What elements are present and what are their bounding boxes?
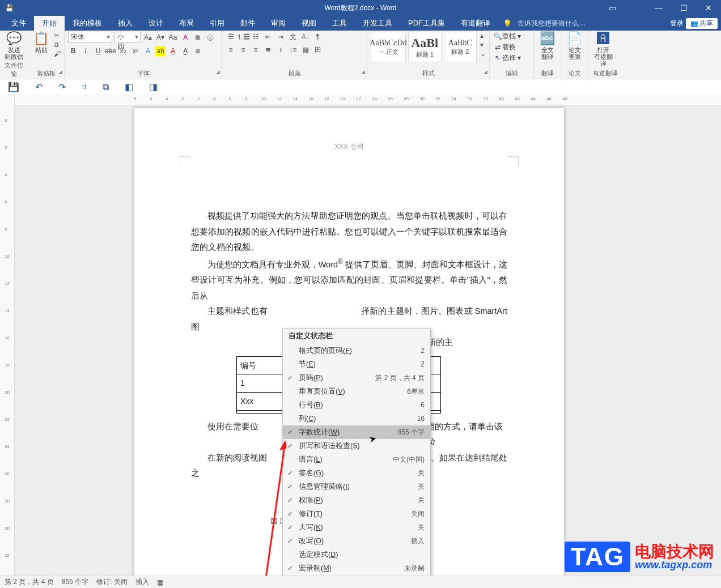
share-button[interactable]: 共享 [686, 18, 718, 29]
undo-icon[interactable]: ↶ [35, 82, 43, 92]
font-size-combo[interactable]: 小四 [114, 32, 141, 43]
show-marks-icon[interactable]: ¶ [313, 32, 323, 42]
context-menu-item[interactable]: ✓权限(P)关 [283, 493, 430, 507]
minimize-button[interactable]: ― [646, 1, 671, 15]
status-track[interactable]: 修订: 关闭 [96, 577, 128, 587]
body-paragraph[interactable]: 为使您的文档具有专业外观，Word® 提供了页眉、页脚、封面和文本框设计，这些设… [191, 255, 507, 304]
context-menu-item[interactable]: ✓信息管理策略(I)关 [283, 480, 430, 493]
context-menu-item[interactable]: ✓签名(G)关 [283, 466, 430, 480]
context-menu-item[interactable]: ✓大写(K)关 [283, 521, 430, 534]
tab-layout[interactable]: 布局 [171, 16, 202, 31]
bullets-icon[interactable]: ☰ [226, 32, 236, 42]
tab-design[interactable]: 设计 [141, 16, 171, 31]
context-menu-item[interactable]: 语言(L)中文(中国) [283, 453, 430, 466]
context-menu-item[interactable]: 垂直页位置(V)6厘米 [283, 385, 430, 398]
context-menu-item[interactable]: ✓页码(P)第 2 页，共 4 页 [283, 371, 430, 385]
ribbon-display-options[interactable]: ▭ [606, 2, 619, 14]
context-menu-item[interactable]: ✓拼写和语法检查(S) [283, 439, 430, 453]
replace-button[interactable]: ⇄替换 [493, 42, 521, 52]
italic-button[interactable]: I [80, 46, 91, 56]
context-menu-item[interactable]: 行号(B)6 [283, 398, 430, 412]
dialog-launcher-icon[interactable]: ◢ [484, 69, 487, 75]
borders-icon[interactable]: 田 [313, 45, 323, 55]
context-menu-item[interactable]: ✓改写(O)插入 [283, 534, 430, 548]
context-menu-item[interactable]: ✓修订(T)关闭 [283, 507, 430, 521]
enclose-char-icon[interactable]: ㊏ [205, 32, 215, 42]
status-page[interactable]: 第 2 页，共 4 页 [5, 577, 54, 587]
status-bar[interactable]: 第 2 页，共 4 页 855 个字 修订: 关闭 插入 ▦ [0, 576, 721, 588]
qat-icon1[interactable]: ⌗ [82, 82, 87, 92]
close-button[interactable]: ✕ [696, 1, 721, 15]
tab-mytemplates[interactable]: 我的模板 [65, 16, 110, 31]
qat-icon4[interactable]: ◨ [149, 82, 158, 92]
send-to-wechat-button[interactable]: 💬发送 到微信 [3, 32, 24, 60]
tab-home[interactable]: 开始 [34, 16, 65, 31]
context-menu-item[interactable]: 列(C)16 [283, 412, 430, 425]
dialog-launcher-icon[interactable]: ◢ [58, 69, 62, 75]
line-spacing-icon[interactable]: ↕≡ [288, 45, 298, 55]
underline-button[interactable]: U [93, 46, 103, 56]
highlight-icon[interactable]: ab [155, 46, 166, 56]
status-insert[interactable]: 插入 [135, 577, 149, 587]
distributed-icon[interactable]: ⫴ [275, 45, 286, 55]
tab-file[interactable]: 文件 [3, 16, 34, 31]
tab-developer[interactable]: 开发工具 [355, 16, 400, 31]
save-icon[interactable]: 💾 [8, 82, 19, 92]
cut-icon[interactable]: ✂ [54, 32, 61, 40]
status-wordcount[interactable]: 855 个字 [62, 577, 88, 587]
dialog-launcher-icon[interactable]: ◢ [361, 69, 365, 75]
tab-references[interactable]: 引用 [202, 16, 232, 31]
horizontal-ruler[interactable]: 8642246810121416182022242628303234363840… [15, 95, 721, 105]
maximize-button[interactable]: ☐ [671, 1, 696, 15]
numbering-icon[interactable]: ⒈☰ [238, 32, 248, 42]
tab-youdao[interactable]: 有道翻译 [453, 16, 498, 31]
tab-tools[interactable]: 工具 [324, 16, 355, 31]
asian-layout-icon[interactable]: 文 [288, 32, 298, 42]
context-menu-item[interactable]: 节(E)2 [283, 357, 430, 371]
align-left-icon[interactable]: ≡ [226, 45, 236, 55]
qat-icon3[interactable]: ◧ [125, 82, 133, 92]
char-border-icon[interactable]: ⏹ [193, 32, 203, 42]
context-menu-item[interactable]: ✓字数统计(W)855 个字 [283, 425, 430, 439]
char-shading-icon[interactable]: A̲ [180, 46, 190, 56]
context-menu-item[interactable]: 格式页的页码(F)2 [283, 344, 430, 357]
superscript-button[interactable]: x² [130, 46, 141, 56]
tab-review[interactable]: 审阅 [263, 16, 294, 31]
font-name-combo[interactable]: 宋体 [68, 32, 112, 43]
increase-font-icon[interactable]: A▴ [143, 32, 153, 42]
select-button[interactable]: ↖选择 ▾ [493, 53, 521, 63]
save-icon[interactable]: 💾 [3, 2, 15, 14]
strike-button[interactable]: abe [105, 46, 116, 56]
qat-icon2[interactable]: ⧉ [103, 82, 109, 92]
bold-button[interactable]: B [68, 46, 78, 56]
tell-me-input[interactable]: 告诉我您想要做什么… [512, 19, 586, 28]
tab-view[interactable]: 视图 [294, 16, 324, 31]
style-heading2[interactable]: AaBbC标题 2 [444, 32, 477, 62]
body-paragraph[interactable]: 视频提供了功能强大的方法帮助您证明您的观点。当您单击联机视频时，可以在想要添加的… [191, 208, 507, 255]
change-case-icon[interactable]: Aa [168, 32, 178, 42]
font-color-icon[interactable]: A [168, 46, 178, 56]
thesis-check-button[interactable]: 📄论文 查重 [565, 32, 584, 60]
full-translate-button[interactable]: 🔤全文 翻译 [537, 32, 557, 60]
style-normal[interactable]: AaBbCcDd→ 正文 [371, 32, 406, 62]
sort-icon[interactable]: A↓ [300, 32, 311, 42]
decrease-font-icon[interactable]: A▾ [155, 32, 166, 42]
enclose-char2-icon[interactable]: ⊕ [193, 46, 203, 56]
vertical-ruler[interactable]: 02468101214161820222426283032 [0, 95, 15, 576]
multilevel-icon[interactable]: ☷ [251, 32, 261, 42]
context-menu-item[interactable]: ✓宏录制(M)未录制 [283, 561, 430, 575]
styles-gallery-more[interactable]: ▴▾⌄ [480, 32, 486, 58]
style-heading1[interactable]: AaBl标题 1 [408, 32, 442, 62]
copy-icon[interactable]: ⧉ [54, 41, 61, 49]
justify-icon[interactable]: ≣ [263, 45, 273, 55]
format-painter-icon[interactable]: 🖌 [54, 50, 61, 58]
tab-mailings[interactable]: 邮件 [232, 16, 263, 31]
redo-icon[interactable]: ↷ [58, 82, 66, 92]
open-youdao-button[interactable]: 🅰打开 有道翻译 [592, 32, 614, 67]
dialog-launcher-icon[interactable]: ◢ [216, 69, 220, 75]
text-effects-icon[interactable]: A [143, 46, 153, 56]
increase-indent-icon[interactable]: ⇥ [275, 32, 286, 42]
paste-button[interactable]: 📋粘贴 [32, 32, 50, 53]
align-right-icon[interactable]: ≡ [251, 45, 261, 55]
context-menu-item[interactable]: 选定模式(D) [283, 548, 430, 561]
